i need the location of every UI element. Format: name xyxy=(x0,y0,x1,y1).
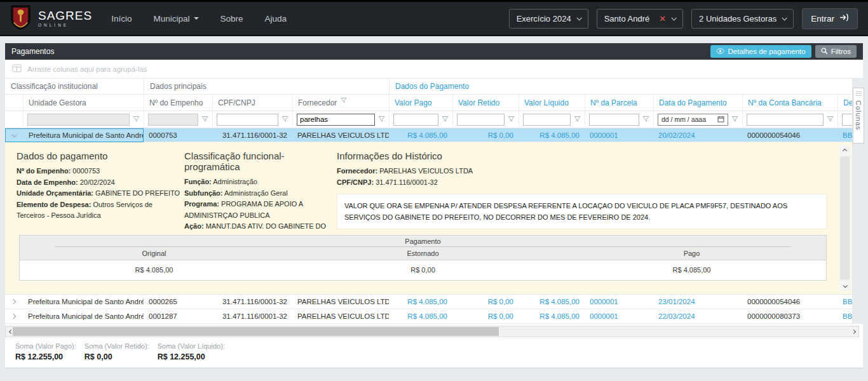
exercicio-select[interactable]: Exercício 2024 xyxy=(509,9,588,29)
group-drop-area[interactable]: Arraste colunas aqui para agrupá-las xyxy=(5,60,863,79)
chevron-down-icon xyxy=(782,15,787,20)
funnel-icon[interactable] xyxy=(508,114,515,125)
table-row[interactable]: Prefeitura Municipal de Santo André 0000… xyxy=(5,295,853,309)
scroll-up-icon[interactable] xyxy=(839,145,850,156)
grid-footer: Soma (Valor Pago): R$ 12.255,00 Soma (Va… xyxy=(5,324,863,368)
nav-sobre[interactable]: Sobre xyxy=(220,14,243,23)
filter-fornecedor[interactable] xyxy=(297,114,375,126)
chevron-down-icon xyxy=(576,15,581,20)
payments-grid: Classificação institucional Dados princi… xyxy=(5,79,853,324)
funnel-icon[interactable] xyxy=(201,114,208,125)
nav-links: Início Municipal Sobre Ajuda xyxy=(111,14,287,23)
unidades-select[interactable]: 2 Unidades Gestoras xyxy=(691,9,794,29)
horizontal-scrollbar[interactable] xyxy=(5,326,859,337)
col-parcela[interactable]: Nº da Parcela xyxy=(585,95,653,110)
filter-conta[interactable] xyxy=(747,114,824,126)
funnel-icon[interactable] xyxy=(827,114,834,125)
funnel-icon[interactable] xyxy=(442,114,449,125)
col-valor-liquido[interactable]: Valor Líquido xyxy=(519,95,585,110)
payment-details-button[interactable]: Detalhes de pagamento xyxy=(710,45,811,58)
group-hint: Arraste colunas aqui para agrupá-las xyxy=(27,65,147,73)
scroll-right-icon[interactable] xyxy=(848,326,858,337)
detail-vertical-scrollbar[interactable] xyxy=(839,145,850,291)
sum-valor-liquido: Soma (Valor Líquido): R$ 12.255,00 xyxy=(158,342,225,361)
login-icon xyxy=(839,13,849,23)
calendar-icon[interactable] xyxy=(717,116,724,124)
table-row[interactable]: Prefeitura Municipal de Santo André 0000… xyxy=(5,128,853,142)
funnel-icon[interactable] xyxy=(731,114,738,125)
nav-ajuda[interactable]: Ajuda xyxy=(265,14,287,23)
col-data-pagamento[interactable]: Data do Pagamento xyxy=(653,95,742,110)
filter-active-icon xyxy=(341,97,347,105)
detail-classificacao-funcional: Classificação funcional-programática Fun… xyxy=(184,150,336,244)
filter-parcela[interactable] xyxy=(589,114,639,126)
band-row: Classificação institucional Dados princi… xyxy=(5,79,853,95)
grip-icon xyxy=(856,91,862,96)
filter-unidade-gestora[interactable] xyxy=(27,114,130,126)
top-navbar: SAGRES ONLINE Início Municipal Sobre Aju… xyxy=(0,0,868,36)
detail-dados-pagamento: Dados do pagamento Nº do Empenho: 000075… xyxy=(17,150,180,222)
filter-descricao[interactable] xyxy=(842,114,853,126)
col-conta-bancaria[interactable]: Nº da Conta Bancária xyxy=(742,95,837,110)
funnel-icon[interactable] xyxy=(574,114,581,125)
brand-subtitle: ONLINE xyxy=(38,23,92,28)
search-icon xyxy=(821,48,828,56)
col-empenho[interactable]: Nº do Empenho xyxy=(144,95,212,110)
funnel-icon[interactable] xyxy=(642,114,649,125)
filter-valor-retido[interactable] xyxy=(457,114,505,126)
group-panel-icon xyxy=(12,64,22,74)
focused-cell[interactable]: Prefeitura Municipal de Santo André xyxy=(5,128,144,142)
page-title: Pagamentos xyxy=(11,47,54,56)
historico-text: VALOR QUE ORA SE EMPENHA P/ ATENDER DESP… xyxy=(337,194,827,229)
columns-chooser-tab[interactable]: Colunas xyxy=(853,88,864,144)
filter-cpf-cnpj[interactable] xyxy=(217,114,278,126)
filter-valor-liquido[interactable] xyxy=(523,114,571,126)
scrollbar-thumb[interactable] xyxy=(13,327,499,336)
caret-down-icon xyxy=(194,17,199,20)
sagres-crest-icon xyxy=(10,4,31,33)
filter-empenho[interactable] xyxy=(148,114,198,126)
summary-row: Soma (Valor Pago): R$ 12.255,00 Soma (Va… xyxy=(15,342,225,361)
funnel-icon[interactable] xyxy=(378,114,385,125)
col-cpf-cnpj[interactable]: CPF/CNPJ xyxy=(212,95,292,110)
band-dados-pagamento: Dados do Pagamento xyxy=(389,79,853,94)
col-unidade-gestora[interactable]: Unidade Gestora xyxy=(23,95,144,110)
filter-row: dd / mm / aaaa xyxy=(5,111,853,128)
entrar-button[interactable]: Entrar xyxy=(802,8,858,29)
table-row[interactable]: Prefeitura Municipal de Santo André 0001… xyxy=(5,309,853,324)
col-descricao[interactable]: Descrição xyxy=(837,95,853,110)
collapse-row-icon[interactable] xyxy=(11,132,17,137)
panel-titlebar: Pagamentos Detalhes de pagamento Filtros xyxy=(5,43,863,60)
filter-valor-pago[interactable] xyxy=(393,114,438,126)
funnel-icon[interactable] xyxy=(133,114,140,125)
expand-row-icon[interactable] xyxy=(11,299,16,304)
funnel-icon[interactable] xyxy=(281,114,288,125)
sum-valor-retido: Soma (Valor Retido): R$ 0,00 xyxy=(85,342,149,361)
scrollbar-thumb[interactable] xyxy=(840,157,850,279)
nav-municipal[interactable]: Municipal xyxy=(153,14,198,23)
filters-button[interactable]: Filtros xyxy=(815,45,857,58)
brand[interactable]: SAGRES ONLINE xyxy=(10,4,92,33)
scroll-down-icon[interactable] xyxy=(839,281,850,291)
band-dados-principais: Dados principais xyxy=(144,79,389,94)
chevron-down-icon xyxy=(672,15,677,20)
filter-date-input[interactable]: dd / mm / aaaa xyxy=(658,114,728,126)
col-valor-pago[interactable]: Valor Pago xyxy=(389,95,452,110)
clear-icon[interactable]: ✕ xyxy=(659,14,666,23)
sum-valor-pago: Soma (Valor Pago): R$ 12.255,00 xyxy=(15,342,76,361)
expand-row-icon[interactable] xyxy=(11,314,16,319)
header-row: Unidade Gestora Nº do Empenho CPF/CNPJ F… xyxy=(5,95,853,111)
pagamento-subtable: Pagamento Original Estornado Pago R$ 4.0… xyxy=(19,235,827,281)
municipio-select[interactable]: Santo André ✕ xyxy=(597,9,683,29)
nav-inicio[interactable]: Início xyxy=(111,14,132,23)
col-fornecedor[interactable]: Fornecedor xyxy=(292,95,389,110)
col-valor-retido[interactable]: Valor Retido xyxy=(452,95,519,110)
eye-icon xyxy=(716,48,724,55)
detail-historico: Informações do Histórico Fornecedor: PAR… xyxy=(337,150,827,229)
payment-detail-panel: Dados do pagamento Nº do Empenho: 000075… xyxy=(5,142,852,295)
band-classificacao: Classificação institucional xyxy=(5,79,144,94)
brand-title: SAGRES xyxy=(38,10,92,22)
